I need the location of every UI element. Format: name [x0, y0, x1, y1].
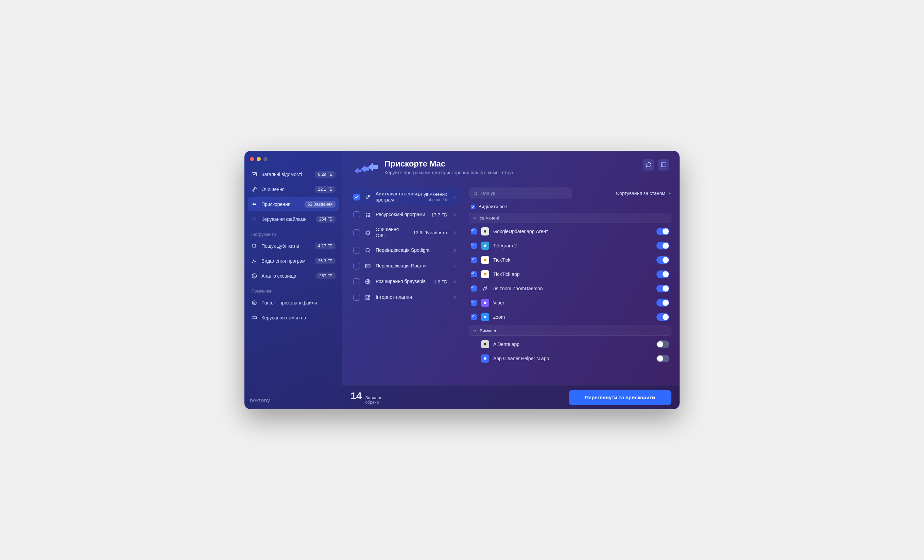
sidebar-item[interactable]: Видалення програм36.3 ГБ	[248, 254, 339, 268]
app-row[interactable]: zoom	[468, 310, 672, 324]
category-item[interactable]: Переіндексація Spotlight	[350, 243, 460, 258]
app-name: Viber	[493, 300, 652, 305]
app-checkbox[interactable]	[471, 341, 477, 347]
app-row[interactable]: Telegram 2	[468, 238, 672, 253]
search-field[interactable]	[470, 187, 572, 199]
category-checkbox[interactable]	[353, 211, 360, 218]
apps-panel: Сортування за станом Виділити все Увімкн…	[466, 185, 680, 385]
sidebar-item[interactable]: Загальні відомості6.29 ГБ	[248, 167, 339, 181]
app-toggle[interactable]	[657, 299, 669, 307]
app-checkbox[interactable]	[471, 228, 477, 235]
app-toggle[interactable]	[657, 355, 669, 362]
sidebar-item-label: Аналіз сховища	[261, 273, 313, 279]
app-checkbox[interactable]	[471, 243, 477, 249]
chevron-right-icon	[453, 264, 457, 268]
review-speedup-button[interactable]: Переглянути та прискорити	[569, 390, 671, 405]
svg-point-26	[484, 245, 486, 247]
search-icon	[364, 247, 372, 254]
app-checkbox[interactable]	[471, 286, 477, 292]
app-toggle[interactable]	[657, 242, 669, 249]
category-item[interactable]: Ресурсоємні програми17.7 ГБ	[350, 208, 460, 222]
puzzle-icon	[364, 293, 372, 301]
footer-bar: 14 Завдань обрано Переглянути та прискор…	[342, 385, 680, 409]
sidebar-toggle-button[interactable]	[658, 159, 669, 171]
app-icon	[481, 313, 489, 321]
chevron-right-icon	[453, 195, 457, 199]
globe-icon	[364, 278, 372, 286]
app-icon	[481, 242, 489, 250]
app-toggle[interactable]	[657, 271, 669, 278]
app-toggle[interactable]	[657, 228, 669, 235]
app-icon	[481, 340, 489, 348]
sidebar-item-badge: 62 Завдання	[304, 201, 336, 208]
target-icon	[250, 299, 258, 307]
chevron-down-icon	[668, 191, 672, 196]
app-checkbox[interactable]	[471, 257, 477, 263]
feedback-button[interactable]	[643, 159, 654, 171]
category-checkbox[interactable]	[353, 247, 360, 254]
category-checkbox[interactable]	[353, 294, 360, 301]
app-toggle[interactable]	[657, 313, 669, 321]
app-icon	[481, 355, 489, 362]
svg-point-30	[484, 302, 486, 304]
app-icon	[481, 227, 489, 235]
category-checkbox[interactable]	[353, 194, 360, 201]
category-item[interactable]: Розширення браузерів1.8 ГБ	[350, 274, 460, 289]
category-value: 12.6 ГБ зайнято	[413, 230, 447, 235]
sidebar-item[interactable]: Керування файлами254 ГБ	[248, 212, 339, 226]
broom-icon	[250, 186, 258, 193]
app-name: TickTick.app	[493, 271, 652, 277]
category-item[interactable]: Інтернет-плагіни-	[350, 290, 460, 304]
app-checkbox[interactable]	[471, 355, 477, 362]
app-checkbox[interactable]	[471, 314, 477, 320]
sort-dropdown[interactable]: Сортування за станом	[616, 191, 672, 196]
category-item[interactable]: Автозавантаження програм14 увімкненихобр…	[350, 187, 460, 206]
sidebar-item[interactable]: Аналіз сховища257 ГБ	[248, 269, 339, 283]
app-row[interactable]: us.zoom.ZoomDaemon	[468, 281, 672, 296]
window-minimize-button[interactable]	[256, 157, 261, 161]
category-item[interactable]: Очищення ОЗП12.6 ГБ зайнято	[350, 223, 460, 242]
search-input[interactable]	[481, 191, 568, 196]
app-row[interactable]: Viber	[468, 296, 672, 310]
category-checkbox[interactable]	[353, 229, 360, 236]
category-item[interactable]: Переіндексація Пошти	[350, 259, 460, 273]
category-checkbox[interactable]	[353, 263, 360, 270]
app-row[interactable]: GoogleUpdater.app Агент	[468, 224, 672, 238]
category-title: Переіндексація Пошти	[376, 263, 443, 269]
app-name: Telegram 2	[493, 243, 652, 249]
app-checkbox[interactable]	[471, 300, 477, 306]
app-toggle[interactable]	[657, 285, 669, 292]
app-row[interactable]: App Cleaner Helper N.app	[468, 351, 672, 365]
sidebar-item-label: Видалення програм	[261, 258, 311, 264]
sort-label: Сортування за станом	[616, 191, 665, 196]
sidebar-item[interactable]: Пошук дублікатів4.17 ГБ	[248, 239, 339, 253]
app-toggle[interactable]	[657, 340, 669, 348]
app-name: App Cleaner Helper N.app	[493, 356, 652, 361]
svg-point-19	[366, 249, 369, 252]
app-row[interactable]: AlDente.app	[468, 337, 672, 351]
sidebar-item[interactable]: Очищення22.1 ГБ	[248, 182, 339, 196]
app-row[interactable]: TickTick	[468, 253, 672, 267]
svg-line-24	[477, 195, 478, 195]
sidebar-item[interactable]: Керування пам'яттю	[248, 311, 339, 325]
group-enabled-header[interactable]: Увімкнені	[469, 213, 671, 223]
app-checkbox[interactable]	[471, 271, 477, 277]
window-zoom-button[interactable]	[264, 157, 267, 161]
app-row[interactable]: TickTick.app	[468, 267, 672, 281]
window-close-button[interactable]	[250, 157, 254, 161]
svg-rect-18	[366, 231, 369, 234]
sidebar-item[interactable]: Прискорення62 Завдання	[248, 197, 339, 211]
app-toggle[interactable]	[657, 256, 669, 264]
sidebar-item[interactable]: Funter - приховані файли	[248, 296, 339, 310]
svg-point-9	[254, 302, 255, 304]
group-disabled-label: Вимкнені	[480, 328, 498, 333]
page-subtitle: Керуйте програмами для прискорення вашог…	[384, 170, 513, 175]
svg-rect-15	[369, 213, 370, 214]
category-checkbox[interactable]	[353, 278, 360, 285]
selected-count: 14 Завдань обрано	[351, 390, 382, 405]
search-icon	[473, 191, 478, 196]
chevron-right-icon	[453, 279, 457, 284]
group-disabled-header[interactable]: Вимкнені	[469, 325, 671, 336]
sidebar-item-badge: 4.17 ГБ	[315, 243, 336, 249]
select-all-checkbox[interactable]	[471, 205, 475, 209]
